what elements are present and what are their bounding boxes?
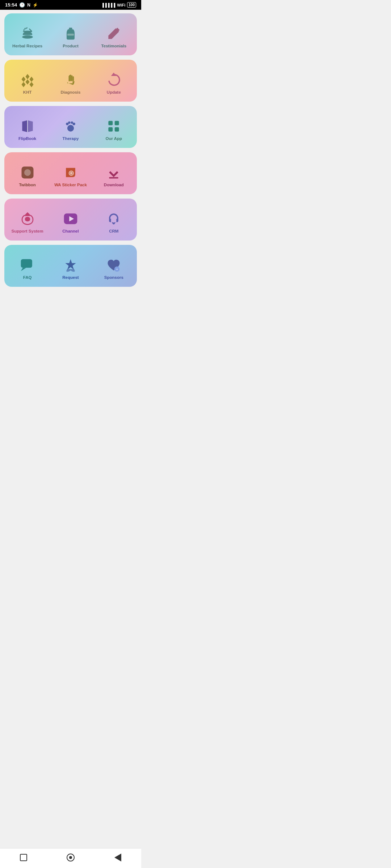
update-button[interactable]: Update <box>94 63 134 99</box>
hand-icon <box>63 72 79 88</box>
svg-rect-21 <box>109 121 113 125</box>
svg-point-26 <box>24 169 30 176</box>
herbal-recipes-label: Herbal Recipes <box>12 44 42 49</box>
svg-text:+: + <box>116 268 118 271</box>
svg-line-2 <box>29 29 31 31</box>
status-bar: 15:54 🕐 N ⚡ ▐▐▐▐▐ WiFi 100 <box>0 0 141 10</box>
status-left: 15:54 🕐 N ⚡ <box>5 2 38 8</box>
support-system-button[interactable]: Support System <box>7 201 47 238</box>
triangle-icon <box>114 854 121 861</box>
mortar-icon <box>20 26 35 42</box>
svg-rect-12 <box>71 75 73 81</box>
svg-rect-13 <box>72 76 74 81</box>
product-button[interactable]: Product <box>50 16 91 52</box>
kht-button[interactable]: KHT <box>7 63 47 99</box>
circle-icon <box>67 854 75 861</box>
therapy-button[interactable]: Therapy <box>50 109 91 145</box>
bottle-icon <box>63 26 79 42</box>
svg-rect-24 <box>115 127 119 132</box>
refresh-icon <box>106 72 122 88</box>
svg-rect-3 <box>69 28 72 30</box>
alarm-icon: 🕐 <box>19 2 25 8</box>
time: 15:54 <box>5 2 17 8</box>
testimonials-button[interactable]: Testimonials <box>94 16 134 52</box>
svg-rect-11 <box>70 75 71 81</box>
row-4: Twibbon WA Sticker Pack Download <box>4 152 137 194</box>
faq-button[interactable]: FAQ <box>7 248 47 284</box>
pencil-icon <box>106 26 122 42</box>
svg-marker-5 <box>25 74 29 80</box>
status-right: ▐▐▐▐▐ WiFi 100 <box>101 2 136 8</box>
our-app-label: Our App <box>106 136 122 141</box>
herbal-recipes-button[interactable]: Herbal Recipes <box>7 16 47 52</box>
svg-rect-4 <box>67 34 74 36</box>
download-label: Download <box>104 183 124 188</box>
svg-marker-29 <box>109 168 118 177</box>
support-system-label: Support System <box>12 229 43 234</box>
svg-rect-30 <box>109 177 118 179</box>
row-5: Support System Channel CRM <box>4 199 137 241</box>
svg-marker-7 <box>29 77 33 82</box>
svg-point-35 <box>113 222 115 225</box>
flipbook-button[interactable]: FlipBook <box>7 109 47 145</box>
footprint-icon <box>63 118 79 134</box>
request-label: Request <box>62 275 79 280</box>
svg-point-16 <box>67 125 74 132</box>
sponsors-label: Sponsors <box>104 275 123 280</box>
download-button[interactable]: Download <box>94 155 134 191</box>
twibbon-label: Twibbon <box>19 183 35 188</box>
svg-rect-23 <box>109 127 113 132</box>
sponsors-button[interactable]: + Sponsors <box>94 248 134 284</box>
play-icon <box>63 211 79 227</box>
row-1: Herbal Recipes Product Testimonials <box>4 13 137 55</box>
nav-home-button[interactable] <box>65 852 76 863</box>
svg-rect-22 <box>115 121 119 125</box>
nfc-icon: N <box>27 3 30 8</box>
diagnosis-button[interactable]: Diagnosis <box>50 63 91 99</box>
svg-rect-36 <box>21 259 32 268</box>
support-icon <box>20 211 35 227</box>
bottom-nav <box>0 848 141 868</box>
wa-sticker-button[interactable]: WA Sticker Pack <box>50 155 91 191</box>
square-icon <box>20 854 27 861</box>
svg-point-28 <box>70 172 72 174</box>
product-label: Product <box>63 44 78 49</box>
our-app-button[interactable]: Our App <box>94 109 134 145</box>
svg-point-20 <box>72 123 75 125</box>
faq-label: FAQ <box>23 275 32 280</box>
download-icon <box>106 165 122 180</box>
svg-marker-8 <box>25 79 29 85</box>
twibbon-button[interactable]: Twibbon <box>7 155 47 191</box>
nav-back-button[interactable] <box>112 852 123 863</box>
kht-label: KHT <box>23 90 32 95</box>
channel-button[interactable]: Channel <box>50 201 91 238</box>
testimonials-label: Testimonials <box>101 44 126 49</box>
usb-icon: ⚡ <box>33 3 38 8</box>
headset-icon <box>106 211 122 227</box>
wifi-icon: WiFi <box>117 3 125 7</box>
svg-point-18 <box>68 122 70 124</box>
svg-marker-6 <box>21 77 25 82</box>
svg-marker-10 <box>29 82 33 88</box>
row-2: KHT Diagnosis Update <box>4 60 137 102</box>
circle-inner <box>69 856 72 859</box>
request-icon <box>63 257 79 273</box>
row-6: FAQ Request + Sponsors <box>4 245 137 287</box>
crm-button[interactable]: CRM <box>94 201 134 238</box>
row-3: FlipBook Therapy <box>4 106 137 148</box>
honeycomb-icon <box>20 72 35 88</box>
battery: 100 <box>127 2 136 8</box>
twibbon-icon <box>20 165 35 180</box>
therapy-label: Therapy <box>63 136 79 141</box>
wa-sticker-label: WA Sticker Pack <box>54 183 87 188</box>
channel-label: Channel <box>62 229 79 234</box>
heart-icon: + <box>106 257 122 273</box>
nav-square-button[interactable] <box>18 852 29 863</box>
svg-marker-37 <box>21 268 26 271</box>
request-button[interactable]: Request <box>50 248 91 284</box>
svg-point-0 <box>22 35 33 39</box>
main-content: Herbal Recipes Product Testimonials <box>0 10 141 312</box>
book-icon <box>20 118 35 134</box>
svg-marker-38 <box>65 259 76 270</box>
update-label: Update <box>107 90 121 95</box>
